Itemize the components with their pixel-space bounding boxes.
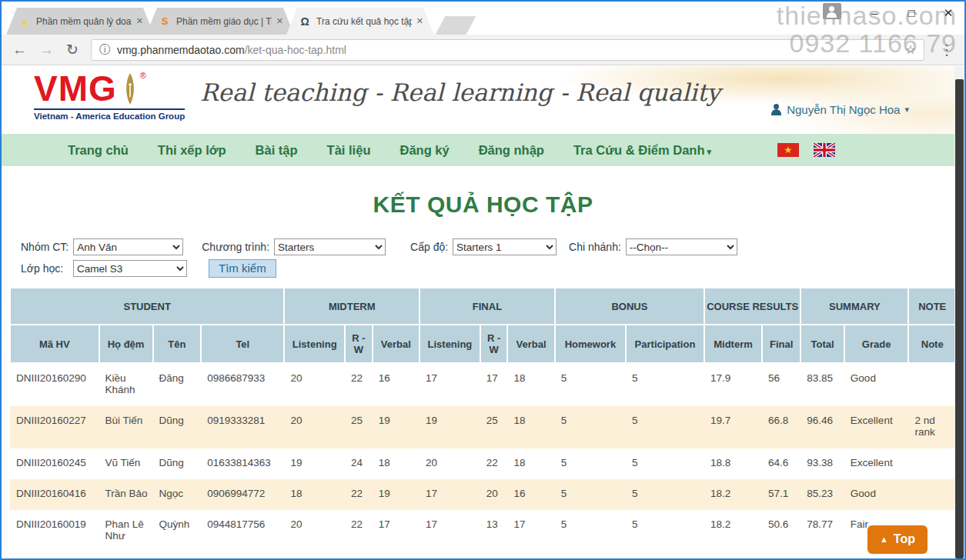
table-cell (908, 363, 956, 406)
uk-flag-icon[interactable] (814, 143, 835, 157)
chuong-trinh-select[interactable]: Starters (274, 238, 386, 255)
nav-item-dang-ky[interactable]: Đăng ký (399, 143, 449, 158)
url-path: /ket-qua-hoc-tap.html (245, 44, 346, 56)
table-cell: 18.2 (704, 510, 762, 552)
logo-text: VMG (34, 71, 117, 106)
table-cell: Phan Lê Như (99, 510, 153, 552)
nhom-ct-select[interactable]: Anh Văn (73, 238, 183, 255)
table-cell: 17 (373, 510, 419, 552)
column-header-row: Mã HVHọ đệmTênTelListeningR - WVerbalLis… (10, 325, 956, 363)
lop-hoc-select[interactable]: Camel S3 (73, 260, 187, 277)
group-header-midterm: MIDTERM (284, 288, 419, 325)
column-header: Mã HV (10, 325, 99, 363)
table-cell: 18 (507, 363, 554, 406)
table-cell: 13 (480, 510, 508, 552)
vietnam-flag-icon[interactable]: ★ (777, 143, 799, 157)
nav-item-trang-chu[interactable]: Trang chủ (68, 143, 129, 158)
table-cell: DNIII20160290 (10, 363, 99, 406)
table-row: DNIII20160227Bùi TiếnDũng091933328120251… (10, 406, 956, 448)
table-row: DNIII20160019Phan Lê NhưQuỳnh09448177562… (10, 510, 956, 552)
group-header-course-results: COURSE RESULTS (704, 288, 801, 325)
table-cell: Dũng (153, 448, 202, 479)
nav-item-thi-xep-lop[interactable]: Thi xếp lớp (158, 143, 226, 158)
column-header: Homework (555, 325, 626, 363)
url-bar[interactable]: ⓘ vmg.phanmemdaotao.com /ket-qua-hoc-tap… (91, 39, 924, 61)
page-info-icon[interactable]: ⓘ (99, 43, 110, 57)
tab-close-icon[interactable]: ✕ (416, 16, 423, 26)
cap-do-select[interactable]: Starters 1 (453, 238, 557, 255)
page-scrollbar[interactable] (954, 66, 964, 558)
top-button-label: Top (894, 532, 915, 546)
table-cell: 20 (419, 448, 480, 479)
new-tab-button[interactable] (436, 16, 476, 35)
site-header: VMG ® Vietnam - America Education Group … (2, 66, 964, 134)
tab-title: Phần mềm giáo dục | Tiế (176, 16, 272, 27)
table-cell: 57.1 (762, 479, 801, 510)
table-row: DNIII20160245Vũ TiếnDũng0163381436319241… (10, 448, 956, 479)
nav-item-label: Tra Cứu & Điểm Danh (573, 143, 705, 157)
page-title: KẾT QUẢ HỌC TẬP (2, 192, 964, 218)
browser-menu-icon[interactable]: ⋮ (937, 42, 957, 58)
chevron-down-icon: ▾ (707, 147, 711, 156)
column-header: Listening (284, 325, 345, 363)
column-header: Midterm (704, 325, 762, 363)
table-cell: 22 (345, 479, 373, 510)
tab-title: Phần mềm quản lý doanh (36, 16, 132, 27)
table-cell: 22 (480, 448, 508, 479)
filter-label-cap-do: Cấp độ: (410, 241, 448, 253)
column-header: Họ đệm (99, 325, 153, 363)
browser-profile-icon[interactable] (823, 3, 841, 19)
back-icon[interactable]: ← (12, 42, 27, 57)
filter-panel: Nhóm CT: Anh Văn Chương trình: Starters … (21, 238, 964, 278)
close-button[interactable]: ✕ (941, 6, 955, 20)
table-cell: 17.9 (704, 363, 762, 406)
table-cell: 18 (373, 448, 419, 479)
maximize-button[interactable]: □ (904, 6, 918, 20)
vmg-logo[interactable]: VMG ® Vietnam - America Education Group (34, 71, 185, 121)
table-cell: 18 (284, 479, 345, 510)
column-header: Final (762, 325, 801, 363)
table-cell: 20 (284, 510, 345, 552)
table-cell: Vũ Tiến (99, 448, 153, 479)
table-cell: Good (844, 479, 909, 510)
profile-head-shape (829, 6, 834, 12)
tab-tra-cuu-active[interactable]: Ω Tra cứu kết quả học tập ✕ (286, 8, 434, 35)
nav-item-dang-nhap[interactable]: Đăng nhập (479, 143, 544, 158)
filter-label-nhom-ct: Nhóm CT: (21, 241, 69, 253)
nav-item-tra-cuu-diem-danh[interactable]: Tra Cứu & Điểm Danh▾ (573, 143, 711, 158)
table-cell: Good (844, 363, 909, 406)
nav-item-tai-lieu[interactable]: Tài liệu (327, 143, 371, 158)
chi-nhanh-select[interactable]: --Chọn-- (626, 238, 737, 255)
main-navigation: Trang chủ Thi xếp lớp Bài tập Tài liệu Đ… (2, 134, 964, 166)
tab-close-icon[interactable]: ✕ (276, 16, 283, 26)
table-cell: 50.6 (762, 510, 801, 552)
forward-icon[interactable]: → (39, 42, 54, 57)
filter-label-chi-nhanh: Chi nhánh: (569, 241, 621, 253)
table-cell: 5 (555, 510, 626, 552)
table-cell: 19 (284, 448, 345, 479)
table-cell: 19.7 (704, 406, 762, 448)
pen-nib-icon (122, 72, 139, 106)
scrollbar-thumb[interactable] (955, 79, 964, 558)
table-cell: Quỳnh (153, 510, 202, 552)
user-menu[interactable]: Nguyễn Thị Ngọc Hoa ▾ (770, 103, 909, 116)
table-cell: 2 nd rank (908, 406, 956, 448)
minimize-button[interactable]: – (867, 6, 881, 20)
reload-icon[interactable]: ↻ (66, 42, 79, 57)
tab-quan-ly-doanh[interactable]: ▲ Phần mềm quản lý doanh ✕ (6, 8, 154, 35)
bookmark-star-icon[interactable]: ☆ (905, 42, 916, 57)
column-header: R - W (480, 325, 508, 363)
tab-close-icon[interactable]: ✕ (136, 16, 143, 26)
group-header-final: FINAL (419, 288, 555, 325)
tab-giao-duc[interactable]: S Phần mềm giáo dục | Tiế ✕ (146, 8, 294, 35)
table-cell: 20 (284, 406, 345, 448)
table-cell: 5 (555, 479, 626, 510)
nav-item-bai-tap[interactable]: Bài tập (256, 143, 298, 158)
results-tbody: DNIII20160290Kiều KhánhĐăng0986687933202… (10, 363, 956, 552)
table-cell: 0944817756 (201, 510, 284, 552)
search-button[interactable]: Tìm kiếm (209, 259, 276, 278)
scroll-to-top-button[interactable]: ▲ Top (867, 525, 928, 554)
table-cell: 5 (626, 479, 704, 510)
table-cell: 0919333281 (201, 406, 284, 448)
table-cell: Excellent (844, 448, 909, 479)
